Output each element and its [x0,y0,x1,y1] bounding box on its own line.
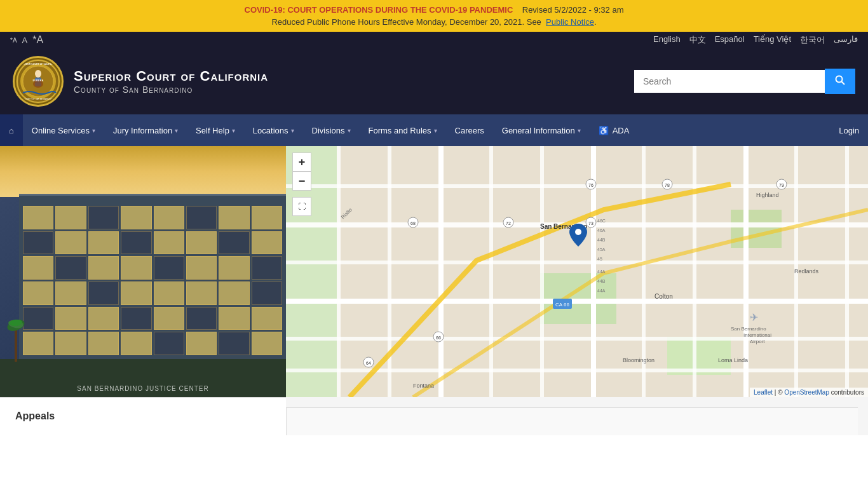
svg-rect-38 [845,146,849,397]
window [252,256,282,280]
map-fullscreen-button[interactable]: ⛶ [292,197,311,216]
svg-point-3 [35,70,41,78]
svg-text:✈: ✈ [750,312,758,323]
lang-korean[interactable]: 한국어 [800,34,825,46]
font-small-button[interactable]: *A [10,37,17,44]
svg-text:64: 64 [366,361,371,365]
window [186,256,217,280]
window [252,281,282,305]
building-windows [19,202,286,359]
court-building-label: San Bernardino Justice Center [0,385,286,392]
locations-label: Locations [253,126,288,135]
map-svg: Rialto Fontana Bloomington Colton San Be… [286,146,868,397]
window [23,307,53,330]
svg-text:Loma Linda: Loma Linda [718,357,748,363]
svg-text:44B: 44B [597,238,606,242]
svg-point-75 [575,229,581,235]
lang-english[interactable]: English [653,34,681,46]
svg-text:44B: 44B [597,279,606,283]
language-selector: English 中文 Español Tiếng Việt 한국어 فارسی [653,34,858,46]
nav-self-help[interactable]: Self Help ▾ [187,114,244,146]
zoom-in-button[interactable]: + [292,152,311,172]
nav-online-services[interactable]: Online Services ▾ [23,114,104,146]
window [88,231,119,255]
covid-title: COVID-19: COURT OPERATIONS DURING THE CO… [245,5,513,15]
nav-jury-information[interactable]: Jury Information ▾ [104,114,187,146]
search-icon [835,75,845,85]
search-button[interactable] [825,69,855,94]
map-container[interactable]: Rialto Fontana Bloomington Colton San Be… [286,146,868,397]
general-information-caret: ▾ [578,127,581,134]
window [23,332,53,355]
window [252,231,282,255]
window [154,256,184,280]
divisions-caret: ▾ [348,127,351,134]
forms-and-rules-caret: ▾ [434,127,437,134]
window [186,206,217,229]
window [219,281,249,305]
window [55,206,86,229]
search-input[interactable] [634,70,825,93]
svg-text:46A: 46A [597,228,606,233]
window [55,231,86,255]
leaflet-link[interactable]: Leaflet [754,389,773,396]
alert-bar: COVID-19: COURT OPERATIONS DURING THE CO… [0,0,868,32]
nav-forms-and-rules[interactable]: Forms and Rules ▾ [360,114,446,146]
search-area [634,69,855,94]
nav-divisions[interactable]: Divisions ▾ [303,114,360,146]
phone-notice-line: Reduced Public Phone Hours Effective Mon… [13,17,855,27]
font-medium-button[interactable]: A [22,36,28,45]
lang-vietnamese[interactable]: Tiếng Việt [754,34,791,46]
svg-rect-35 [693,146,696,397]
svg-text:73: 73 [588,221,593,226]
window [219,307,249,330]
sky-background [0,146,286,197]
window [252,206,282,229]
main-nav: ⌂ Online Services ▾ Jury Information ▾ S… [0,114,868,146]
svg-text:68: 68 [410,221,416,226]
court-title: Superior Court of California County of S… [74,68,268,95]
window [88,256,119,280]
zoom-out-button[interactable]: − [292,172,311,191]
window [55,281,86,305]
lang-farsi[interactable]: فارسی [834,34,858,46]
appeals-section: Appeals [0,397,286,435]
window [88,281,119,305]
covid-alert-line: COVID-19: COURT OPERATIONS DURING THE CO… [13,5,855,15]
window [154,307,184,330]
svg-text:44A: 44A [597,288,606,293]
lang-spanish[interactable]: Español [715,34,745,46]
nav-ada[interactable]: ♿ ADA [590,114,639,146]
lang-chinese[interactable]: 中文 [689,34,706,46]
site-header: SUPERIOR COURT OF CALIFORNIA COUNTY OF S… [0,48,868,114]
window [219,332,249,355]
svg-text:Highland: Highland [756,192,779,198]
font-controls: *A A *A [10,34,43,46]
svg-rect-32 [540,146,544,397]
svg-text:Fontana: Fontana [413,383,434,389]
svg-text:66: 66 [436,336,441,340]
svg-text:Redlands: Redlands [794,268,819,274]
nav-home-button[interactable]: ⌂ [0,114,23,146]
main-content: San Bernardino Justice Center [0,146,868,397]
nav-careers[interactable]: Careers [446,114,493,146]
osm-link[interactable]: OpenStreetMap [784,389,829,396]
online-services-caret: ▾ [92,127,95,134]
svg-text:CA 66: CA 66 [555,302,569,308]
careers-label: Careers [455,126,484,135]
covid-revised: Revised 5/2/2022 - 9:32 am [522,5,624,15]
window [252,332,282,355]
svg-text:79: 79 [779,183,784,187]
public-notice-link[interactable]: Public Notice [546,17,594,27]
svg-text:45A: 45A [597,247,606,252]
nav-locations[interactable]: Locations ▾ [244,114,303,146]
font-large-button[interactable]: *A [32,34,43,46]
window [23,281,53,305]
nav-general-information[interactable]: General Information ▾ [493,114,590,146]
jury-information-caret: ▾ [175,127,178,134]
nav-login[interactable]: Login [830,114,868,146]
svg-rect-26 [286,337,868,341]
window [121,206,151,229]
phone-prefix: Reduced Public Phone Hours Effective Mon… [271,17,541,27]
building-photo: San Bernardino Justice Center [0,146,286,397]
